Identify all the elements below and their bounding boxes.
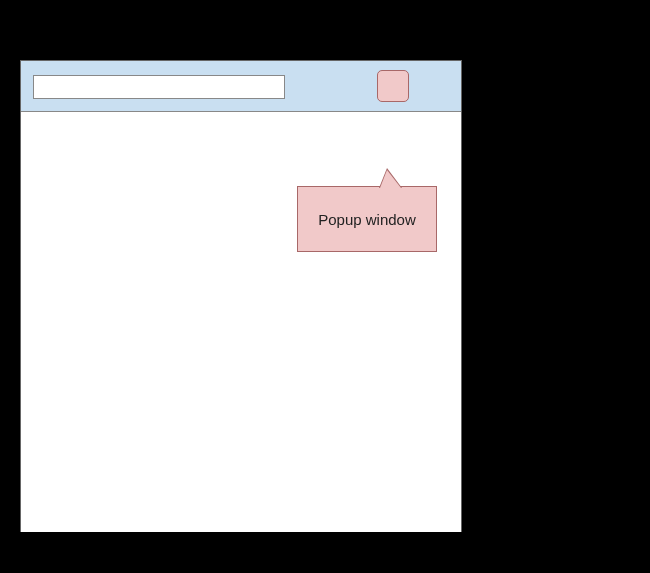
url-input[interactable] (33, 75, 285, 99)
popup-label: Popup window (318, 211, 416, 228)
popup-pointer (380, 170, 401, 188)
browser-toolbar (21, 61, 461, 112)
browser-content-area: Popup window (21, 112, 461, 532)
popup-window[interactable]: Popup window (297, 186, 437, 252)
browser-window: Popup window (20, 60, 462, 532)
extension-button[interactable] (377, 70, 409, 102)
